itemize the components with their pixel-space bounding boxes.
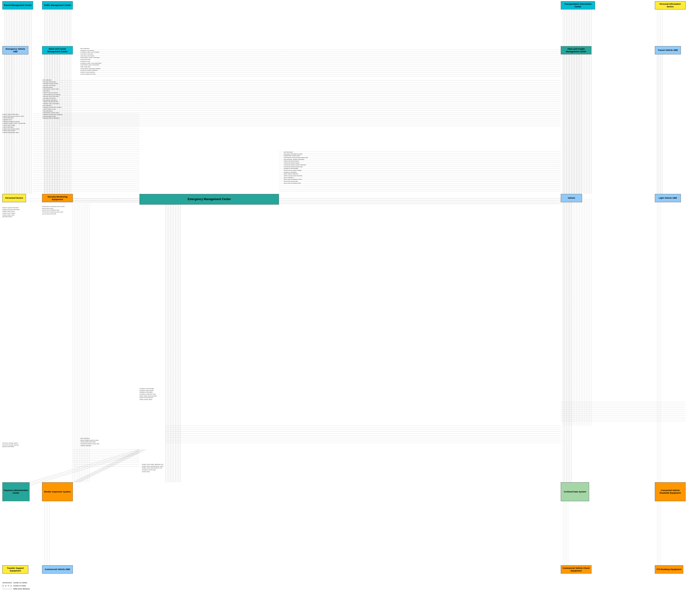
svg-line-117: [29, 449, 140, 482]
legend-center-field: Center to Field: [2, 585, 30, 587]
bottom-center-labels: emergency acknowledge emergency data req…: [140, 388, 157, 401]
transit-vehicle-obe: Transit Vehicle OBE: [655, 46, 681, 54]
traffic-management-center: Traffic Management Center: [42, 1, 73, 9]
border-labels: alert notification border incident respo…: [80, 437, 99, 447]
security-labels: infrastructure monitoring sensor control…: [42, 206, 65, 215]
maint-constr-management-center: Maint and Constr Management Center: [42, 46, 73, 54]
commercial-vehicle-check-equipment: Commercial Vehicle Check Equipment: [561, 565, 592, 574]
traveler-support-equipment: Traveler Support Equipment: [2, 565, 28, 574]
vehicle: Vehicle: [561, 194, 582, 202]
emergency-vehicle-labels: decision support information incident sc…: [2, 114, 26, 134]
legend-wide-area: Wide Area Wireless: [2, 588, 30, 590]
svg-line-124: [79, 449, 146, 482]
legend-center-center: Center to Center: [2, 582, 30, 584]
border-inspection-system: Border Inspection System: [42, 482, 73, 501]
connected-vehicle-roadside-equipment: Connected Vehicle Roadside Equipment: [655, 482, 685, 501]
emergency-management-center: Emergency Management Center: [140, 194, 279, 205]
svg-line-122: [76, 449, 143, 482]
personnel-labels: decision support information incident co…: [2, 207, 20, 218]
payment-administration-center: Payment Administration Center: [2, 482, 29, 501]
legend: Center to Center Center to Field Wide Ar…: [2, 582, 30, 590]
svg-line-123: [78, 449, 145, 482]
light-vehicle-obe: Light Vehicle OBE: [655, 194, 681, 202]
svg-line-121: [74, 449, 141, 482]
fleet-freight-management-center: Fleet and Freight Management Center: [561, 46, 592, 54]
archived-data-system: Archived Data System: [561, 482, 589, 501]
lower-right-labels: incident scene safety, application info …: [142, 463, 164, 473]
personnel-device: Personnel Device: [2, 194, 26, 202]
its-roadway-equipment: ITS Roadway Equipment: [655, 565, 683, 574]
commercial-vehicle-obe: Commercial Vehicle OBE: [42, 565, 73, 574]
svg-line-119: [29, 453, 140, 485]
payment-labels: toll service change request toll service…: [2, 442, 19, 448]
security-monitoring-equipment: Security Monitoring Equipment: [42, 194, 73, 202]
transit-management-center: Transit Management Center: [2, 1, 33, 9]
svg-line-118: [29, 451, 140, 484]
emergency-vehicle-obe: Emergency Vehicle OBE: [2, 46, 28, 54]
right-side-labels: alert information evacuation information…: [284, 151, 308, 184]
personal-information-device: Personal Information Device: [655, 1, 685, 9]
svg-line-120: [73, 449, 140, 482]
left-side-labels: alert notification fire location informa…: [43, 79, 62, 119]
transportation-information-center: Transportation Information Center: [561, 1, 595, 9]
center-labels-top: alert notification emergency info reques…: [80, 48, 101, 75]
